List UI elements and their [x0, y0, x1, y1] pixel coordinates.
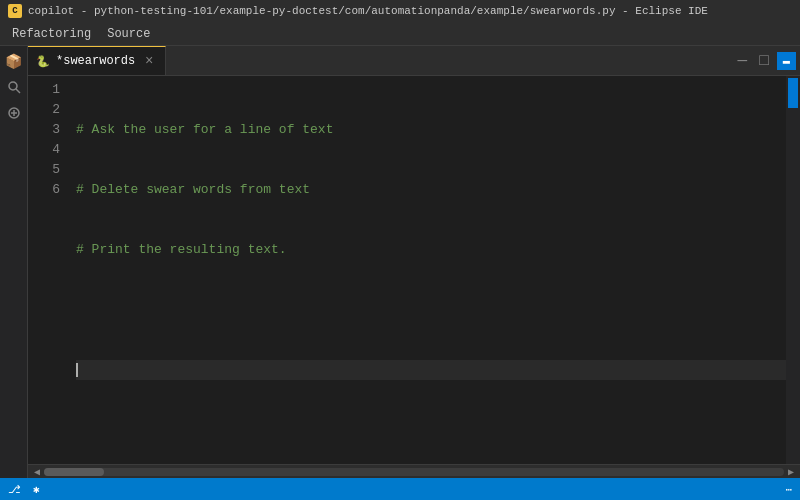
scrollbar-thumb[interactable] — [44, 468, 104, 476]
code-line-3: # Print the resulting text. — [76, 240, 792, 260]
tab-close-button[interactable]: × — [141, 53, 157, 69]
tab-spacer — [166, 46, 729, 75]
python-file-icon: 🐍 — [36, 55, 50, 68]
app-icon: C — [8, 4, 22, 18]
titlebar-title: copilot - python-testing-101/example-py-… — [28, 5, 708, 17]
tab-controls: — □ ▬ — [730, 46, 800, 75]
restore-button[interactable]: □ — [755, 50, 773, 72]
line-4-text — [76, 300, 84, 320]
more-options-icon[interactable]: ⋯ — [785, 483, 792, 496]
line-1-text: # Ask the user for a line of text — [76, 120, 333, 140]
text-cursor — [76, 363, 78, 377]
scrollbar-track[interactable] — [44, 468, 784, 476]
code-line-2: # Delete swear words from text — [76, 180, 792, 200]
svg-line-1 — [16, 89, 20, 93]
package-icon[interactable]: 📦 — [3, 50, 25, 72]
line-2-text: # Delete swear words from text — [76, 180, 310, 200]
line-6-text — [76, 420, 84, 440]
code-line-6 — [76, 420, 792, 440]
file-tab[interactable]: 🐍 *swearwords × — [28, 46, 166, 75]
code-editor[interactable]: 1 2 3 4 5 6 # Ask the user for a line of… — [28, 76, 800, 464]
svg-point-0 — [9, 82, 17, 90]
horizontal-scrollbar[interactable]: ◀ ▶ — [28, 464, 800, 478]
tab-label: *swearwords — [56, 54, 135, 68]
sidebar: 📦 — [0, 46, 28, 478]
line-num-4: 4 — [36, 140, 60, 160]
code-line-1: # Ask the user for a line of text — [76, 120, 792, 140]
scroll-left-button[interactable]: ◀ — [30, 467, 44, 477]
scroll-indicator-block — [788, 78, 798, 108]
code-content[interactable]: # Ask the user for a line of text # Dele… — [68, 76, 800, 464]
line-num-3: 3 — [36, 120, 60, 140]
git-status: ⎇ — [8, 483, 21, 496]
tabbar: 🐍 *swearwords × — □ ▬ — [28, 46, 800, 76]
line-num-2: 2 — [36, 100, 60, 120]
line-numbers: 1 2 3 4 5 6 — [28, 76, 68, 464]
search-icon[interactable] — [3, 76, 25, 98]
minimize-button[interactable]: — — [734, 50, 752, 72]
find-icon[interactable] — [3, 102, 25, 124]
statusbar-right: ⋯ — [785, 483, 792, 496]
asterisk-icon: ✱ — [33, 483, 40, 496]
main-area: 📦 🐍 *swearwords × — — [0, 46, 800, 478]
titlebar: C copilot - python-testing-101/example-p… — [0, 0, 800, 22]
menu-source[interactable]: Source — [99, 22, 158, 45]
editor-area: 🐍 *swearwords × — □ ▬ 1 2 3 4 5 6 — [28, 46, 800, 478]
line-num-1: 1 — [36, 80, 60, 100]
line-3-text: # Print the resulting text. — [76, 240, 287, 260]
line-num-6: 6 — [36, 180, 60, 200]
code-line-5 — [76, 360, 792, 380]
view-highlight-button[interactable]: ▬ — [777, 52, 796, 70]
menubar: Refactoring Source — [0, 22, 800, 46]
menu-refactoring[interactable]: Refactoring — [4, 22, 99, 45]
line-num-5: 5 — [36, 160, 60, 180]
status-asterisk: ✱ — [33, 483, 40, 496]
code-line-4 — [76, 300, 792, 320]
scroll-right-button[interactable]: ▶ — [784, 467, 798, 477]
statusbar: ⎇ ✱ ⋯ — [0, 478, 800, 500]
git-branch-icon: ⎇ — [8, 483, 21, 496]
right-scrollbar-indicator — [786, 76, 800, 464]
